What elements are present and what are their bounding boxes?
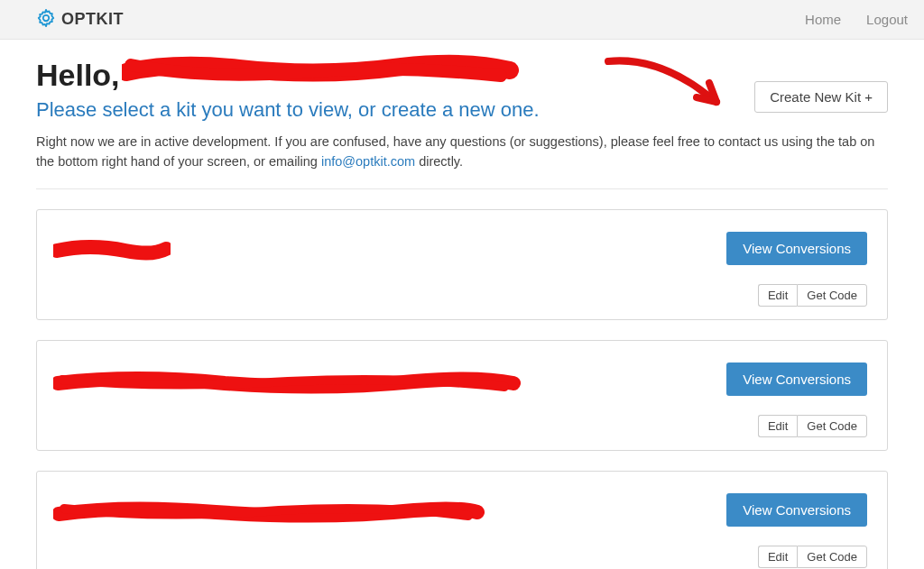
header-left: Hello, Please select a kit you want to v… bbox=[36, 58, 736, 122]
nav-logout[interactable]: Logout bbox=[866, 12, 908, 27]
redaction-kit-2 bbox=[53, 371, 522, 394]
kit-actions: Edit Get Code bbox=[57, 546, 867, 568]
kit-card: View Conversions Edit Get Code bbox=[36, 471, 888, 570]
nav-home[interactable]: Home bbox=[805, 12, 841, 27]
dev-notice: Right now we are in active development. … bbox=[36, 133, 888, 172]
notice-post: directly. bbox=[415, 154, 463, 169]
brand[interactable]: OPTKIT bbox=[36, 8, 124, 32]
redaction-hello bbox=[122, 52, 519, 88]
page: Hello, Please select a kit you want to v… bbox=[0, 40, 924, 569]
notice-email-link[interactable]: info@optkit.com bbox=[321, 154, 415, 169]
divider bbox=[36, 188, 888, 189]
view-conversions-button[interactable]: View Conversions bbox=[726, 493, 867, 527]
kit-actions: Edit Get Code bbox=[57, 284, 867, 307]
edit-button[interactable]: Edit bbox=[758, 546, 797, 568]
brand-name: OPTKIT bbox=[61, 10, 124, 29]
hello-text: Hello, bbox=[36, 58, 120, 92]
redaction-kit-1 bbox=[53, 240, 171, 262]
create-new-kit-button[interactable]: Create New Kit + bbox=[754, 81, 888, 113]
topbar: OPTKIT Home Logout bbox=[0, 0, 924, 40]
kit-actions: Edit Get Code bbox=[57, 415, 867, 437]
edit-button[interactable]: Edit bbox=[758, 284, 797, 307]
page-title: Hello, bbox=[36, 58, 736, 93]
page-subtitle: Please select a kit you want to view, or… bbox=[36, 98, 736, 122]
view-conversions-button[interactable]: View Conversions bbox=[726, 363, 867, 396]
redaction-kit-3 bbox=[53, 500, 486, 525]
edit-button[interactable]: Edit bbox=[758, 415, 797, 437]
kit-card: View Conversions Edit Get Code bbox=[36, 340, 888, 451]
header-row: Hello, Please select a kit you want to v… bbox=[36, 58, 888, 122]
kit-card: View Conversions Edit Get Code bbox=[36, 209, 888, 320]
view-conversions-button[interactable]: View Conversions bbox=[726, 232, 867, 265]
get-code-button[interactable]: Get Code bbox=[797, 546, 867, 568]
get-code-button[interactable]: Get Code bbox=[797, 415, 867, 437]
get-code-button[interactable]: Get Code bbox=[797, 284, 867, 307]
gear-icon bbox=[36, 8, 56, 32]
